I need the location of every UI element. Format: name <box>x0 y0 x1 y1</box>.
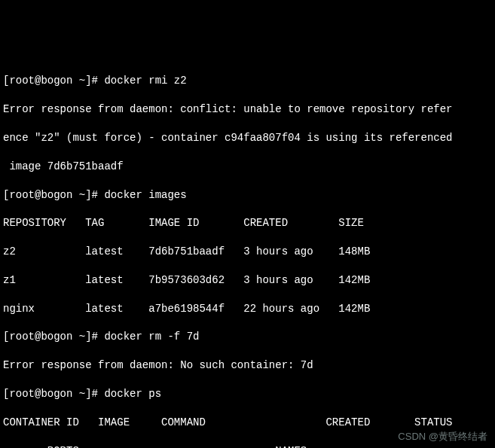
watermark: CSDN @黄昏终结者 <box>398 430 487 443</box>
command-text: docker rmi z2 <box>104 75 186 87</box>
prompt: [root@bogon ~]# <box>3 388 104 400</box>
cmd-line: [root@bogon ~]# docker images <box>3 188 492 203</box>
prompt: [root@bogon ~]# <box>3 331 104 343</box>
command-text: docker rm -f 7d <box>104 331 199 343</box>
terminal-output[interactable]: [root@bogon ~]# docker rmi z2 Error resp… <box>3 60 492 448</box>
error-line: image 7d6b751baadf <box>3 160 492 174</box>
command-text: docker ps <box>104 388 161 400</box>
table-header: REPOSITORY TAG IMAGE ID CREATED SIZE <box>3 216 492 230</box>
cmd-line: [root@bogon ~]# docker rm -f 7d <box>3 330 492 344</box>
table-row: z2 latest 7d6b751baadf 3 hours ago 148MB <box>3 245 492 259</box>
cmd-line: [root@bogon ~]# docker ps <box>3 387 492 401</box>
table-row: z1 latest 7b9573603d62 3 hours ago 142MB <box>3 273 492 288</box>
error-line: Error response from daemon: No such cont… <box>3 358 492 373</box>
prompt: [root@bogon ~]# <box>3 75 104 87</box>
table-header: CONTAINER ID IMAGE COMMAND CREATED STATU… <box>3 416 492 430</box>
table-row: nginx latest a7be6198544f 22 hours ago 1… <box>3 302 492 316</box>
table-header: PORTS NAMES <box>3 444 492 448</box>
cmd-line: [root@bogon ~]# docker rmi z2 <box>3 74 492 88</box>
command-text: docker images <box>104 189 186 201</box>
prompt: [root@bogon ~]# <box>3 189 104 201</box>
error-line: ence "z2" (must force) - container c94fa… <box>3 131 492 145</box>
error-line: Error response from daemon: conflict: un… <box>3 102 492 117</box>
